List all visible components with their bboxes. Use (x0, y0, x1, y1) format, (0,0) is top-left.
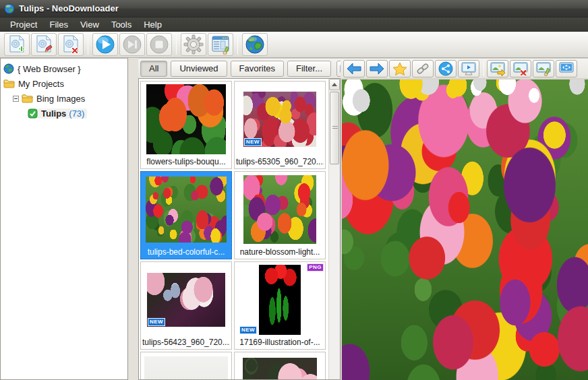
menu-project[interactable]: Project (4, 19, 43, 30)
delete-image-button[interactable] (510, 60, 531, 77)
new-project-button[interactable] (4, 33, 30, 56)
menu-view[interactable]: View (74, 19, 105, 30)
export-image-icon (490, 61, 506, 76)
filter-tab-bar: All Unviewed Favorites Filter... (138, 58, 341, 78)
checked-checkbox-icon[interactable] (28, 108, 38, 119)
title-bar: Tulips - NeoDownloader (0, 0, 588, 18)
tree-item-bing-images[interactable]: Bing Images (3, 91, 127, 106)
delete-project-icon (61, 34, 80, 55)
tab-unviewed[interactable]: Unviewed (171, 61, 227, 77)
thumbnail-list: flowers-tulips-bouqu... NEW tulips-65305… (138, 78, 341, 380)
item-count: (73) (69, 108, 84, 119)
thumbnail-cell[interactable]: NEW tulips-56423_960_720.... (140, 261, 232, 350)
project-tree: { Web Browser } My Projects Bing Images … (0, 58, 128, 380)
new-badge: NEW (245, 139, 261, 146)
export-image-button[interactable] (487, 60, 508, 77)
tree-item-label: Bing Images (36, 94, 85, 104)
menu-tools[interactable]: Tools (105, 19, 138, 30)
preview-toolbar (341, 58, 588, 78)
folder-icon (22, 94, 33, 103)
thumbnail-image: NEW (243, 92, 316, 147)
menu-files[interactable]: Files (43, 19, 74, 30)
tab-favorites[interactable]: Favorites (231, 61, 284, 77)
toolbar-separator (176, 34, 177, 55)
thumbnail-image: NEW (147, 273, 225, 327)
thumbnail-cell-selected[interactable]: tulips-bed-colorful-c... (140, 171, 232, 259)
toolbar-separator (88, 34, 88, 55)
thumbnail-cell[interactable]: nature-blossom-light... (234, 171, 326, 259)
thumbnail-panel: All Unviewed Favorites Filter... (138, 58, 341, 380)
tree-item-label: My Projects (18, 79, 64, 89)
preview-image[interactable] (341, 78, 588, 380)
thumbnail-image (144, 356, 228, 380)
back-button[interactable] (343, 60, 365, 77)
delete-image-icon (512, 61, 529, 76)
new-badge: NEW (240, 327, 256, 334)
thumbnail-caption: nature-blossom-light... (240, 247, 320, 259)
scroll-up-button[interactable] (329, 79, 340, 90)
menu-bar: Project Files View Tools Help (0, 18, 588, 32)
share-icon (438, 61, 453, 76)
back-icon (346, 62, 362, 75)
copy-link-icon (415, 62, 430, 75)
scrollbar-thumb[interactable] (330, 92, 339, 164)
favorite-star-icon (392, 62, 407, 75)
main-toolbar (0, 32, 588, 58)
resume-download-icon (122, 34, 142, 55)
favorite-button[interactable] (389, 60, 411, 77)
main-area: { Web Browser } My Projects Bing Images … (0, 58, 588, 380)
thumbnail-caption: 17169-illustration-of-... (239, 338, 320, 349)
stop-download-icon (149, 34, 169, 55)
fullscreen-icon (558, 61, 575, 76)
options-gear-icon (183, 34, 204, 55)
share-button[interactable] (435, 60, 457, 77)
new-badge: NEW (148, 319, 165, 325)
window-title: Tulips - NeoDownloader (19, 3, 119, 13)
thumbnail-cell[interactable]: PNG NEW 17169-illustration-of-... (234, 261, 326, 350)
tab-filter[interactable]: Filter... (287, 61, 331, 77)
edit-project-button[interactable] (31, 33, 57, 56)
delete-project-button[interactable] (58, 33, 84, 56)
tree-item-tulips[interactable]: Tulips (73) (3, 106, 127, 121)
thumbnail-cell[interactable]: NEW tulips-65305_960_720.... (234, 81, 326, 169)
forward-button[interactable] (366, 60, 388, 77)
thumbnail-cell[interactable] (140, 352, 232, 380)
thumbnail-caption: flowers-tulips-bouqu... (146, 157, 225, 168)
menu-help[interactable]: Help (138, 19, 168, 30)
thumbnail-cell[interactable] (234, 352, 326, 380)
options-button[interactable] (181, 33, 206, 56)
copy-link-button[interactable] (412, 60, 434, 77)
preview-panel (341, 58, 588, 380)
toolbar-separator (483, 61, 484, 76)
tree-item-my-projects[interactable]: My Projects (3, 76, 127, 91)
folder-icon (3, 79, 15, 88)
stop-download-button[interactable] (146, 33, 172, 56)
panel-splitter[interactable] (128, 58, 138, 380)
tree-item-label: Tulips (41, 108, 66, 119)
collapse-expander-icon[interactable] (13, 96, 19, 102)
thumbnail-caption: tulips-65305_960_720.... (236, 157, 324, 168)
start-download-button[interactable] (92, 33, 118, 56)
web-browser-button[interactable] (242, 33, 268, 56)
thumbnail-caption: tulips-56423_960_720.... (142, 338, 230, 349)
resume-download-button[interactable] (119, 33, 145, 56)
web-browser-globe-icon (245, 34, 265, 55)
thumbnail-image: NEW (259, 265, 301, 335)
set-wallpaper-button[interactable] (533, 60, 554, 77)
thumbnail-image (243, 175, 316, 244)
slideshow-button[interactable] (458, 60, 479, 77)
project-wizard-button[interactable] (208, 33, 233, 56)
tab-all[interactable]: All (140, 61, 167, 77)
thumbnail-scrollbar[interactable] (328, 79, 340, 379)
forward-icon (369, 62, 385, 75)
tree-item-web-browser[interactable]: { Web Browser } (3, 61, 127, 76)
app-globe-icon (4, 3, 15, 14)
edit-project-icon (34, 34, 53, 55)
thumbnail-cell[interactable]: flowers-tulips-bouqu... (140, 81, 232, 169)
project-wizard-icon (210, 34, 231, 55)
globe-icon (3, 63, 14, 74)
tree-item-label: { Web Browser } (18, 64, 81, 74)
fullscreen-button[interactable] (556, 60, 577, 77)
up-arrow-icon (332, 83, 337, 86)
thumbnail-caption: tulips-bed-colorful-c... (148, 247, 225, 259)
